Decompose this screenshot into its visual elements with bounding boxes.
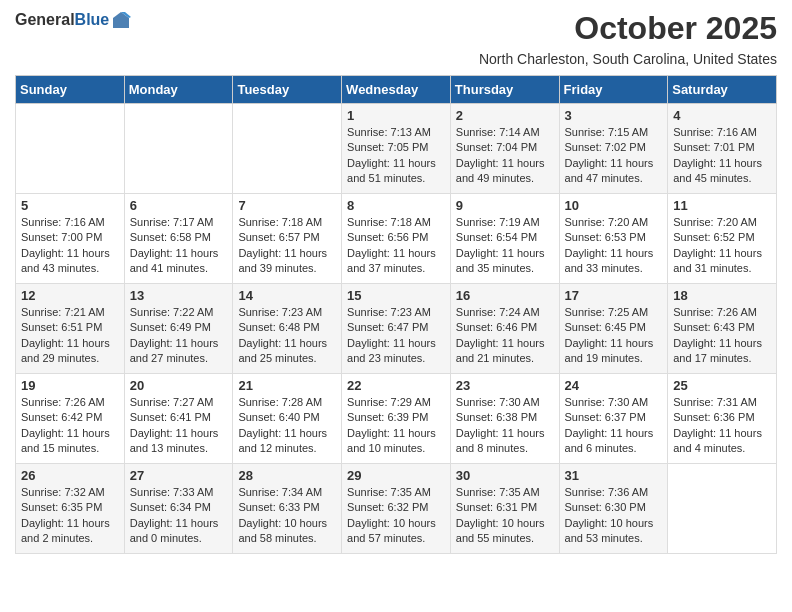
- day-number: 26: [21, 468, 119, 483]
- calendar-cell: 13Sunrise: 7:22 AMSunset: 6:49 PMDayligh…: [124, 284, 233, 374]
- calendar-cell: 15Sunrise: 7:23 AMSunset: 6:47 PMDayligh…: [342, 284, 451, 374]
- cell-text-line: Daylight: 11 hours: [130, 336, 228, 351]
- cell-text-line: and 4 minutes.: [673, 441, 771, 456]
- cell-text-line: Sunset: 6:37 PM: [565, 410, 663, 425]
- cell-text-line: and 35 minutes.: [456, 261, 554, 276]
- cell-text-line: Sunrise: 7:25 AM: [565, 305, 663, 320]
- calendar-cell: 21Sunrise: 7:28 AMSunset: 6:40 PMDayligh…: [233, 374, 342, 464]
- calendar-cell: 24Sunrise: 7:30 AMSunset: 6:37 PMDayligh…: [559, 374, 668, 464]
- cell-text-line: Daylight: 11 hours: [673, 156, 771, 171]
- cell-text-line: and 31 minutes.: [673, 261, 771, 276]
- cell-text-line: Sunset: 6:51 PM: [21, 320, 119, 335]
- calendar-cell: 14Sunrise: 7:23 AMSunset: 6:48 PMDayligh…: [233, 284, 342, 374]
- week-row-1: 1Sunrise: 7:13 AMSunset: 7:05 PMDaylight…: [16, 104, 777, 194]
- day-number: 21: [238, 378, 336, 393]
- calendar-cell: 27Sunrise: 7:33 AMSunset: 6:34 PMDayligh…: [124, 464, 233, 554]
- cell-text-line: Sunrise: 7:23 AM: [238, 305, 336, 320]
- calendar-cell: [16, 104, 125, 194]
- calendar-cell: 10Sunrise: 7:20 AMSunset: 6:53 PMDayligh…: [559, 194, 668, 284]
- day-number: 6: [130, 198, 228, 213]
- day-number: 22: [347, 378, 445, 393]
- cell-text-line: Sunrise: 7:18 AM: [238, 215, 336, 230]
- header: GeneralBlue October 2025: [15, 10, 777, 47]
- calendar-cell: 18Sunrise: 7:26 AMSunset: 6:43 PMDayligh…: [668, 284, 777, 374]
- day-number: 12: [21, 288, 119, 303]
- cell-text-line: Sunrise: 7:19 AM: [456, 215, 554, 230]
- cell-text-line: and 0 minutes.: [130, 531, 228, 546]
- cell-text-line: Sunset: 6:58 PM: [130, 230, 228, 245]
- cell-text-line: Sunset: 6:40 PM: [238, 410, 336, 425]
- cell-text-line: Daylight: 11 hours: [565, 336, 663, 351]
- day-number: 13: [130, 288, 228, 303]
- cell-text-line: Sunrise: 7:32 AM: [21, 485, 119, 500]
- cell-text-line: Daylight: 11 hours: [21, 336, 119, 351]
- calendar-cell: [668, 464, 777, 554]
- cell-text-line: Sunset: 7:04 PM: [456, 140, 554, 155]
- cell-text-line: Sunset: 7:00 PM: [21, 230, 119, 245]
- cell-text-line: Sunrise: 7:21 AM: [21, 305, 119, 320]
- day-number: 20: [130, 378, 228, 393]
- calendar-container: GeneralBlue October 2025 North Charlesto…: [0, 0, 792, 564]
- day-number: 27: [130, 468, 228, 483]
- cell-text-line: Sunrise: 7:18 AM: [347, 215, 445, 230]
- cell-text-line: Sunrise: 7:13 AM: [347, 125, 445, 140]
- cell-text-line: Daylight: 11 hours: [130, 246, 228, 261]
- calendar-cell: 4Sunrise: 7:16 AMSunset: 7:01 PMDaylight…: [668, 104, 777, 194]
- cell-text-line: Sunset: 6:53 PM: [565, 230, 663, 245]
- cell-text-line: Daylight: 11 hours: [456, 336, 554, 351]
- cell-text-line: Sunset: 6:47 PM: [347, 320, 445, 335]
- day-number: 11: [673, 198, 771, 213]
- cell-text-line: Sunset: 6:52 PM: [673, 230, 771, 245]
- cell-text-line: Daylight: 11 hours: [456, 156, 554, 171]
- cell-text-line: and 39 minutes.: [238, 261, 336, 276]
- cell-text-line: Daylight: 10 hours: [456, 516, 554, 531]
- cell-text-line: Daylight: 11 hours: [347, 426, 445, 441]
- cell-text-line: Sunrise: 7:30 AM: [456, 395, 554, 410]
- cell-text-line: and 27 minutes.: [130, 351, 228, 366]
- cell-text-line: Sunrise: 7:15 AM: [565, 125, 663, 140]
- calendar-cell: 25Sunrise: 7:31 AMSunset: 6:36 PMDayligh…: [668, 374, 777, 464]
- cell-text-line: Daylight: 11 hours: [130, 516, 228, 531]
- week-row-5: 26Sunrise: 7:32 AMSunset: 6:35 PMDayligh…: [16, 464, 777, 554]
- calendar-cell: 19Sunrise: 7:26 AMSunset: 6:42 PMDayligh…: [16, 374, 125, 464]
- cell-text-line: and 8 minutes.: [456, 441, 554, 456]
- day-number: 8: [347, 198, 445, 213]
- day-header-sunday: Sunday: [16, 76, 125, 104]
- cell-text-line: and 53 minutes.: [565, 531, 663, 546]
- cell-text-line: Daylight: 10 hours: [347, 516, 445, 531]
- cell-text-line: Sunrise: 7:20 AM: [565, 215, 663, 230]
- calendar-cell: 8Sunrise: 7:18 AMSunset: 6:56 PMDaylight…: [342, 194, 451, 284]
- cell-text-line: Sunrise: 7:22 AM: [130, 305, 228, 320]
- cell-text-line: and 6 minutes.: [565, 441, 663, 456]
- cell-text-line: Daylight: 11 hours: [565, 426, 663, 441]
- cell-text-line: Sunrise: 7:16 AM: [673, 125, 771, 140]
- day-number: 30: [456, 468, 554, 483]
- cell-text-line: and 41 minutes.: [130, 261, 228, 276]
- cell-text-line: Sunrise: 7:14 AM: [456, 125, 554, 140]
- day-number: 2: [456, 108, 554, 123]
- day-header-monday: Monday: [124, 76, 233, 104]
- cell-text-line: Sunset: 6:57 PM: [238, 230, 336, 245]
- cell-text-line: and 51 minutes.: [347, 171, 445, 186]
- cell-text-line: Daylight: 11 hours: [130, 426, 228, 441]
- cell-text-line: Daylight: 11 hours: [238, 336, 336, 351]
- day-number: 28: [238, 468, 336, 483]
- cell-text-line: and 33 minutes.: [565, 261, 663, 276]
- cell-text-line: Sunset: 6:35 PM: [21, 500, 119, 515]
- calendar-cell: 9Sunrise: 7:19 AMSunset: 6:54 PMDaylight…: [450, 194, 559, 284]
- day-header-wednesday: Wednesday: [342, 76, 451, 104]
- logo-icon: [111, 10, 131, 30]
- cell-text-line: Sunrise: 7:31 AM: [673, 395, 771, 410]
- cell-text-line: Sunrise: 7:23 AM: [347, 305, 445, 320]
- cell-text-line: Sunset: 6:31 PM: [456, 500, 554, 515]
- logo: GeneralBlue: [15, 10, 131, 30]
- cell-text-line: and 25 minutes.: [238, 351, 336, 366]
- week-row-2: 5Sunrise: 7:16 AMSunset: 7:00 PMDaylight…: [16, 194, 777, 284]
- calendar-cell: 12Sunrise: 7:21 AMSunset: 6:51 PMDayligh…: [16, 284, 125, 374]
- cell-text-line: Sunset: 7:05 PM: [347, 140, 445, 155]
- cell-text-line: Daylight: 11 hours: [456, 426, 554, 441]
- cell-text-line: Sunset: 6:42 PM: [21, 410, 119, 425]
- cell-text-line: Sunset: 6:36 PM: [673, 410, 771, 425]
- cell-text-line: Daylight: 11 hours: [238, 246, 336, 261]
- calendar-cell: 31Sunrise: 7:36 AMSunset: 6:30 PMDayligh…: [559, 464, 668, 554]
